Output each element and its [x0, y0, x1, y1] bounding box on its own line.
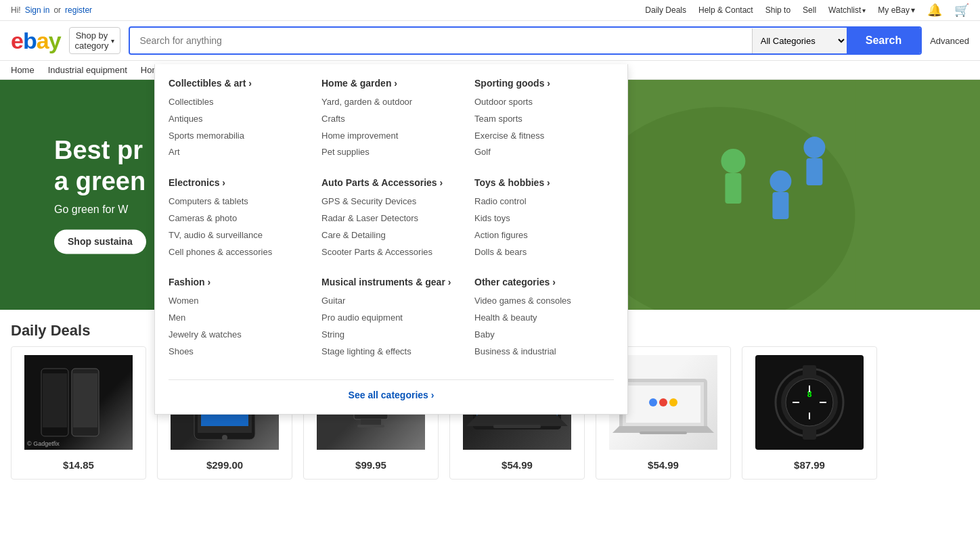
item-action-figures[interactable]: Action figures [474, 227, 614, 244]
category-select[interactable]: All Categories [752, 28, 847, 53]
myebay-chevron-icon: ▾ [911, 5, 915, 15]
help-contact-link[interactable]: Help & Contact [698, 5, 753, 15]
item-cell-phones[interactable]: Cell phones & accessories [169, 244, 308, 261]
section-electronics-link[interactable]: Electronics › [169, 177, 225, 188]
item-golf[interactable]: Golf [474, 144, 614, 161]
item-radio-control[interactable]: Radio control [474, 193, 614, 210]
item-collectibles[interactable]: Collectibles [169, 94, 308, 111]
section-collectibles-link[interactable]: Collectibles & art › [169, 78, 252, 89]
logo-e: e [11, 28, 23, 53]
deal-price-3: $54.99 [502, 459, 533, 471]
svg-rect-11 [73, 373, 97, 427]
item-home-improvement[interactable]: Home improvement [321, 128, 461, 145]
item-health-beauty[interactable]: Health & beauty [474, 310, 614, 327]
item-team-sports[interactable]: Team sports [474, 111, 614, 128]
section-musical-link[interactable]: Musical instruments & gear › [321, 277, 451, 287]
signin-link[interactable]: Sign in [25, 5, 50, 15]
svg-point-31 [669, 398, 677, 406]
deal-image-0: © Gadgetfix [24, 355, 133, 450]
watchlist-chevron-icon: ▾ [862, 7, 866, 14]
watchlist-btn[interactable]: Watchlist ▾ [828, 5, 866, 15]
dropdown-col-1: Home & garden › Yard, garden & outdoor C… [321, 78, 461, 377]
see-all-link[interactable]: See all categories › [349, 390, 435, 400]
item-baby[interactable]: Baby [474, 327, 614, 344]
item-outdoor-sports[interactable]: Outdoor sports [474, 94, 614, 111]
svg-point-29 [649, 398, 657, 406]
svg-point-30 [659, 398, 667, 406]
item-jewelry-watches[interactable]: Jewelry & watches [169, 327, 308, 344]
dropdown-col-0: Collectibles & art › Collectibles Antiqu… [169, 78, 308, 377]
item-scooter-parts[interactable]: Scooter Parts & Accessories [321, 244, 461, 261]
deal-price-0: $14.85 [63, 459, 94, 471]
top-bar: Hi! Sign in or register Daily Deals Help… [0, 0, 980, 21]
item-stage-lighting[interactable]: Stage lighting & effects [321, 344, 461, 360]
deal-card-5[interactable]: 8 $87.99 [742, 346, 877, 480]
item-video-games[interactable]: Video games & consoles [474, 293, 614, 310]
item-pet-supplies[interactable]: Pet supplies [321, 144, 461, 161]
search-input[interactable] [130, 28, 751, 53]
section-other-categories-title: Other categories › [474, 277, 614, 287]
item-kids-toys[interactable]: Kids toys [474, 210, 614, 227]
item-business-industrial[interactable]: Business & industrial [474, 344, 614, 360]
advanced-link[interactable]: Advanced [930, 36, 969, 46]
svg-point-14 [222, 435, 227, 440]
item-exercise-fitness[interactable]: Exercise & fitness [474, 128, 614, 145]
item-gps-security[interactable]: GPS & Security Devices [321, 193, 461, 210]
section-other-categories: Other categories › Video games & console… [474, 277, 614, 360]
svg-rect-19 [361, 419, 381, 425]
daily-deals-link[interactable]: Daily Deals [645, 5, 686, 15]
myebay-btn[interactable]: My eBay ▾ [878, 5, 915, 15]
item-care-detailing[interactable]: Care & Detailing [321, 227, 461, 244]
section-musical: Musical instruments & gear › Guitar Pro … [321, 277, 461, 360]
svg-rect-20 [357, 425, 384, 427]
section-fashion-title: Fashion › [169, 277, 308, 287]
category-dropdown: Collectibles & art › Collectibles Antiqu… [154, 64, 628, 415]
cart-icon[interactable]: 🛒 [954, 3, 969, 18]
item-women[interactable]: Women [169, 293, 308, 310]
myebay-label: My eBay [878, 5, 910, 15]
nav-home[interactable]: Home [11, 65, 35, 75]
deal-price-4: $54.99 [648, 459, 679, 471]
section-fashion-link[interactable]: Fashion › [169, 277, 210, 287]
item-cameras-photo[interactable]: Cameras & photo [169, 210, 308, 227]
deal-price-5: $87.99 [794, 459, 825, 471]
section-toys-hobbies-title: Toys & hobbies › [474, 177, 614, 188]
sell-link[interactable]: Sell [803, 5, 816, 15]
deal-card-0[interactable]: © Gadgetfix $14.85 [11, 346, 146, 480]
section-home-garden-link[interactable]: Home & garden › [321, 78, 397, 89]
section-auto-parts-link[interactable]: Auto Parts & Accessories › [321, 177, 443, 188]
hero-shop-button[interactable]: Shop sustaina [54, 230, 146, 254]
hero-content: Best pr a green Go green for W Shop sust… [54, 135, 146, 254]
item-string[interactable]: String [321, 327, 461, 344]
notification-icon[interactable]: 🔔 [927, 3, 942, 18]
item-computers-tablets[interactable]: Computers & tablets [169, 193, 308, 210]
item-sports-memorabilia[interactable]: Sports memorabilia [169, 128, 308, 145]
svg-rect-3 [726, 173, 742, 204]
logo-a: a [37, 28, 49, 53]
nav-industrial[interactable]: Industrial equipment [48, 65, 127, 75]
item-guitar[interactable]: Guitar [321, 293, 461, 310]
shop-by-chevron-icon: ▾ [111, 37, 114, 45]
search-button[interactable]: Search [847, 28, 920, 53]
item-radar-detectors[interactable]: Radar & Laser Detectors [321, 210, 461, 227]
item-pro-audio[interactable]: Pro audio equipment [321, 310, 461, 327]
item-shoes[interactable]: Shoes [169, 344, 308, 360]
item-tv-audio[interactable]: TV, audio & surveillance [169, 227, 308, 244]
register-link[interactable]: register [65, 5, 92, 15]
item-men[interactable]: Men [169, 310, 308, 327]
section-toys-hobbies-link[interactable]: Toys & hobbies › [474, 177, 550, 188]
svg-rect-5 [773, 192, 789, 219]
item-antiques[interactable]: Antiques [169, 111, 308, 128]
section-musical-title: Musical instruments & gear › [321, 277, 461, 287]
ebay-logo[interactable]: ebay [11, 28, 61, 54]
search-bar: All Categories Search [129, 26, 922, 55]
ship-to-link[interactable]: Ship to [765, 5, 790, 15]
item-crafts[interactable]: Crafts [321, 111, 461, 128]
section-sporting-goods-link[interactable]: Sporting goods › [474, 78, 550, 89]
svg-point-4 [770, 170, 792, 192]
item-yard-garden[interactable]: Yard, garden & outdoor [321, 94, 461, 111]
shop-by-button[interactable]: Shop by category ▾ [69, 27, 121, 54]
item-dolls-bears[interactable]: Dolls & bears [474, 244, 614, 261]
item-art[interactable]: Art [169, 144, 308, 161]
section-other-categories-link[interactable]: Other categories › [474, 277, 556, 287]
